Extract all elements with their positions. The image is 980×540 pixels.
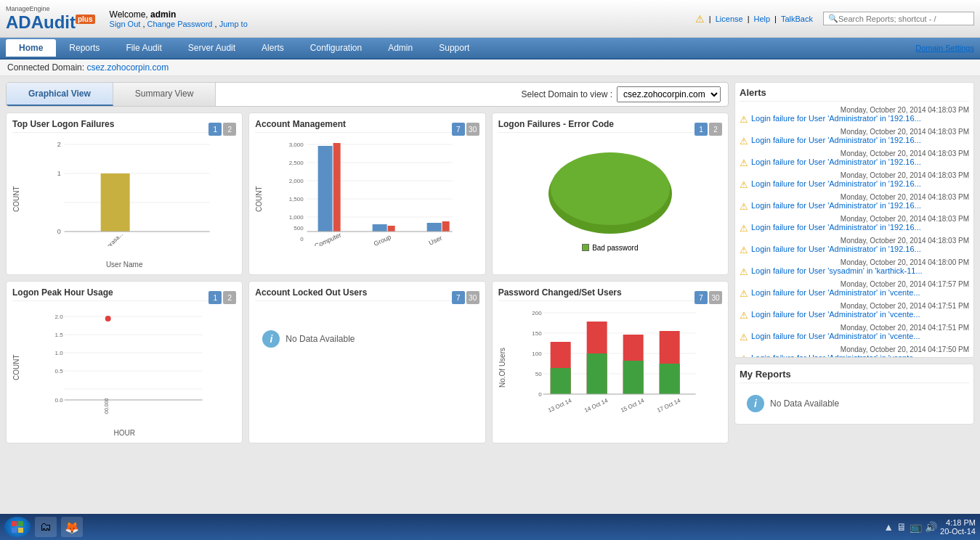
chart-account-management: Account Management 7 30 COUNT (248, 112, 485, 275)
svg-text:Computer: Computer (314, 231, 343, 246)
svg-text:100: 100 (532, 351, 542, 357)
talkback-link[interactable]: TalkBack (781, 15, 813, 23)
my-reports-no-data-text: No Data Available (770, 398, 839, 409)
nav-reports[interactable]: Reports (56, 39, 113, 57)
chart-title-peak: Logon Peak Hour Usage (12, 287, 236, 301)
alert-text: Login failure for User 'Administrator' i… (751, 288, 920, 297)
chart-nav-locked-7[interactable]: 7 (452, 291, 465, 304)
chart-logon-peak: Logon Peak Hour Usage 1 2 COUNT 2.0 (6, 281, 243, 443)
svg-rect-62 (586, 353, 607, 394)
chart-nav-btn-1[interactable]: 1 (208, 123, 222, 136)
alert-message[interactable]: ⚠ Login failure for User 'Administrator'… (740, 114, 969, 125)
chart-nav-password: 7 30 (694, 291, 722, 304)
chart-nav-locked-30[interactable]: 30 (466, 291, 479, 304)
alert-warning-icon: ⚠ (740, 136, 748, 147)
alert-warning-icon: ⚠ (740, 179, 748, 190)
alert-text: Login failure for User 'Administrator' i… (751, 310, 920, 319)
signout-link[interactable]: Sign Out (110, 20, 141, 28)
chart-nav-peak-1[interactable]: 1 (208, 291, 222, 304)
svg-rect-66 (659, 364, 679, 394)
nav-admin[interactable]: Admin (375, 39, 426, 57)
chart-nav-btn-e2[interactable]: 2 (709, 123, 722, 136)
warning-icon: ⚠ (695, 13, 705, 25)
svg-rect-26 (388, 226, 395, 232)
nav-support[interactable]: Support (426, 39, 482, 57)
alert-message[interactable]: ⚠ Login failure for User 'Administrator'… (740, 158, 969, 168)
alert-message[interactable]: ⚠ Login failure for User 'Administrator'… (740, 332, 969, 343)
y-label-peak: COUNT (12, 306, 20, 429)
chart-nav-locked: 7 30 (452, 291, 479, 304)
alert-warning-icon: ⚠ (740, 114, 748, 125)
svg-rect-23 (318, 146, 333, 232)
alert-message[interactable]: ⚠ Login failure for User 'sysadmin' in '… (740, 266, 969, 277)
domain-selector-label: Select Domain to view : (522, 89, 612, 99)
svg-rect-24 (333, 143, 341, 232)
alert-time: Monday, October 20, 2014 04:18:03 PM (740, 171, 969, 179)
svg-text:500: 500 (294, 225, 304, 232)
logon-chart-area: COUNT 2 1 0 (12, 137, 236, 261)
chart-nav-peak-2[interactable]: 2 (223, 291, 236, 304)
nav-file-audit[interactable]: File Audit (113, 39, 174, 57)
svg-rect-7 (101, 173, 130, 232)
info-icon-locked: i (262, 330, 280, 348)
alert-time: Monday, October 20, 2014 04:18:03 PM (740, 128, 969, 136)
chart-nav-pwd-7[interactable]: 7 (694, 291, 708, 304)
jump-to-link[interactable]: Jump to (219, 20, 248, 28)
svg-text:200: 200 (532, 310, 542, 316)
chart-nav-peak: 1 2 (208, 291, 236, 304)
chart-nav-btn-30[interactable]: 30 (466, 123, 479, 136)
pie-legend: Bad password (582, 244, 638, 252)
alert-item: Monday, October 20, 2014 04:18:03 PM ⚠ L… (740, 128, 969, 147)
svg-point-46 (105, 316, 111, 322)
license-link[interactable]: License (716, 15, 743, 23)
search-input[interactable] (838, 15, 969, 23)
alert-message[interactable]: ⚠ Login failure for User 'Administrator'… (740, 223, 969, 234)
alert-item: Monday, October 20, 2014 04:18:03 PM ⚠ L… (740, 150, 969, 168)
change-password-link[interactable]: Change Password (147, 20, 213, 28)
nav-server-audit[interactable]: Server Audit (175, 39, 248, 57)
alert-warning-icon: ⚠ (740, 223, 748, 234)
svg-rect-64 (623, 361, 643, 394)
help-link[interactable]: Help (753, 15, 770, 23)
domain-settings-link[interactable]: Domain Settings (915, 44, 974, 52)
chart-nav-pwd-30[interactable]: 30 (709, 291, 722, 304)
alert-message[interactable]: ⚠ Login failure for User 'Administrator'… (740, 353, 969, 358)
chart-nav-btn-e1[interactable]: 1 (694, 123, 708, 136)
alert-time: Monday, October 20, 2014 04:18:03 PM (740, 193, 969, 201)
tab-graphical[interactable]: Graphical View (7, 83, 113, 106)
alert-message[interactable]: ⚠ Login failure for User 'Administrator'… (740, 288, 969, 299)
svg-point-34 (551, 152, 670, 225)
right-panel: Alerts Monday, October 20, 2014 04:18:03… (734, 82, 974, 449)
chart-account-locked: Account Locked Out Users 7 30 i No Data … (248, 281, 485, 443)
nav-home[interactable]: Home (6, 39, 56, 57)
legend-label: Bad password (592, 244, 638, 252)
chart-row-1: Top User Logon Failures 1 2 COUNT 2 (6, 112, 729, 275)
svg-text:11:00:00.000: 11:00:00.000 (104, 398, 109, 414)
alert-time: Monday, October 20, 2014 04:17:57 PM (740, 280, 969, 288)
connected-domain-value[interactable]: csez.zohocorpin.com (86, 62, 169, 73)
alert-time: Monday, October 20, 2014 04:18:03 PM (740, 106, 969, 114)
alert-message[interactable]: ⚠ Login failure for User 'Administrator'… (740, 136, 969, 147)
alert-message[interactable]: ⚠ Login failure for User 'Administrator'… (740, 245, 969, 255)
alert-message[interactable]: ⚠ Login failure for User 'Administrator'… (740, 179, 969, 190)
nav-configuration[interactable]: Configuration (297, 39, 375, 57)
svg-text:1,500: 1,500 (289, 196, 304, 202)
alert-warning-icon: ⚠ (740, 288, 748, 299)
navbar: Home Reports File Audit Server Audit Ale… (0, 38, 980, 60)
nav-alerts[interactable]: Alerts (248, 39, 297, 57)
chart-nav-btn-2[interactable]: 2 (223, 123, 236, 136)
view-tabs: Graphical View Summary View Select Domai… (6, 82, 729, 107)
plus-badge: plus (76, 15, 95, 24)
chart-title-account: Account Management (255, 119, 479, 133)
account-svg: 3,000 2,500 2,000 1,500 1,000 500 0 (266, 137, 479, 246)
account-chart-area: COUNT 3,000 2,500 2,000 1,500 (255, 137, 479, 261)
domain-select[interactable]: csez.zohocorpin.com (617, 86, 721, 102)
x-label-peak: HOUR (12, 429, 236, 437)
alert-message[interactable]: ⚠ Login failure for User 'Administrator'… (740, 201, 969, 212)
chart-nav-btn-7[interactable]: 7 (452, 123, 465, 136)
svg-text:1: 1 (57, 170, 61, 177)
alert-message[interactable]: ⚠ Login failure for User 'Administrator'… (740, 310, 969, 321)
logo: ManageEngine ADAuditplus (6, 5, 95, 33)
locked-no-data: i No Data Available (255, 323, 479, 355)
tab-summary[interactable]: Summary View (113, 83, 216, 106)
